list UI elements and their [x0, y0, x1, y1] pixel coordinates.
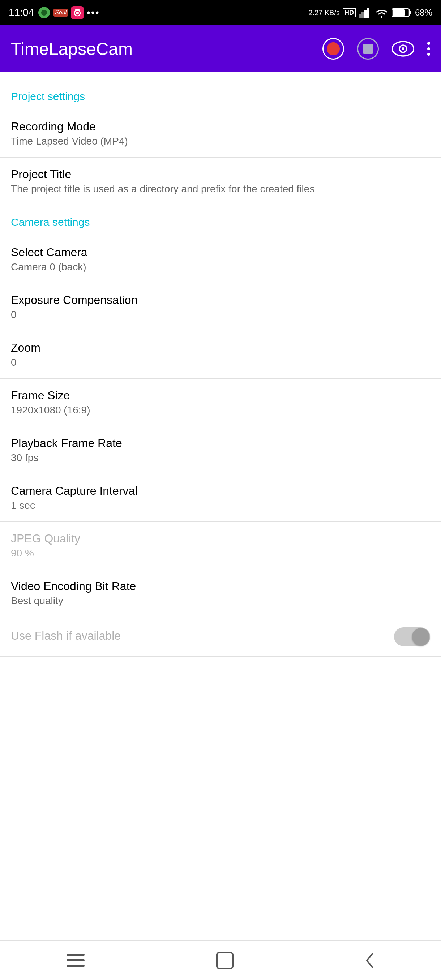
wifi-icon: [374, 7, 389, 18]
camera-settings-header: Camera settings: [0, 205, 441, 235]
svg-rect-9: [367, 8, 369, 18]
app-header: TimeLapseCam: [0, 25, 441, 72]
home-square-icon: [215, 951, 234, 970]
camera-capture-interval-value: 1 sec: [11, 500, 430, 511]
svg-rect-17: [67, 959, 84, 961]
use-flash-toggle[interactable]: [394, 627, 430, 646]
back-arrow-icon: [363, 951, 376, 970]
svg-rect-18: [67, 965, 84, 967]
exposure-compensation-item[interactable]: Exposure Compensation 0: [0, 283, 441, 331]
svg-rect-19: [217, 953, 233, 969]
recording-mode-value: Time Lapsed Video (MP4): [11, 135, 430, 147]
record-button[interactable]: [322, 38, 344, 60]
stop-square-icon: [363, 44, 373, 54]
exposure-compensation-title: Exposure Compensation: [11, 293, 430, 307]
status-app-icons: Soul •••: [38, 6, 99, 19]
svg-point-5: [76, 11, 79, 14]
app-title: TimeLapseCam: [11, 39, 133, 59]
svg-rect-8: [365, 10, 366, 18]
settings-content: Project settings Recording Mode Time Lap…: [0, 72, 441, 703]
eye-icon: [392, 41, 414, 57]
hd-badge: HD: [343, 8, 356, 18]
project-title-title: Project Title: [11, 168, 430, 181]
status-bar: 11:04 Soul ••• 2.27 KB/s HD: [0, 0, 441, 25]
frame-size-value: 1920x1080 (16:9): [11, 404, 430, 416]
nav-back-button[interactable]: [363, 951, 376, 970]
video-encoding-bit-rate-title: Video Encoding Bit Rate: [11, 580, 430, 593]
frame-size-title: Frame Size: [11, 389, 430, 402]
recording-mode-title: Recording Mode: [11, 120, 430, 133]
network-speed: 2.27 KB/s: [308, 9, 340, 17]
status-right: 2.27 KB/s HD 68%: [308, 7, 432, 18]
video-encoding-bit-rate-item[interactable]: Video Encoding Bit Rate Best quality: [0, 570, 441, 617]
soul-icon: Soul: [54, 9, 68, 17]
dot-icon: [427, 42, 430, 45]
svg-rect-11: [409, 11, 411, 14]
bottom-nav: [0, 940, 441, 980]
hamburger-menu-icon: [65, 953, 86, 969]
dot-icon: [427, 47, 430, 50]
nav-home-button[interactable]: [215, 951, 234, 970]
status-time: 11:04: [9, 7, 34, 18]
toggle-knob: [412, 628, 430, 645]
jpeg-quality-value: 90 %: [11, 547, 430, 559]
playback-frame-rate-item[interactable]: Playback Frame Rate 30 fps: [0, 426, 441, 474]
battery-icon: [392, 7, 412, 18]
playback-frame-rate-value: 30 fps: [11, 452, 430, 464]
svg-rect-7: [361, 12, 364, 18]
project-title-item[interactable]: Project Title The project title is used …: [0, 158, 441, 205]
svg-rect-4: [75, 9, 80, 11]
use-flash-item[interactable]: Use Flash if available: [0, 617, 441, 657]
camera-capture-interval-item[interactable]: Camera Capture Interval 1 sec: [0, 474, 441, 522]
video-encoding-bit-rate-value: Best quality: [11, 595, 430, 607]
more-menu-button[interactable]: [427, 42, 430, 56]
nav-menu-button[interactable]: [65, 953, 86, 969]
svg-rect-6: [358, 14, 361, 18]
use-flash-label: Use Flash if available: [11, 629, 121, 643]
camera-app-icon: [71, 6, 84, 19]
jpeg-quality-title: JPEG Quality: [11, 532, 430, 545]
battery-percent: 68%: [415, 8, 432, 18]
more-dots: •••: [87, 7, 99, 18]
select-camera-item[interactable]: Select Camera Camera 0 (back): [0, 235, 441, 283]
exposure-compensation-value: 0: [11, 309, 430, 321]
recording-mode-item[interactable]: Recording Mode Time Lapsed Video (MP4): [0, 110, 441, 158]
svg-point-1: [41, 10, 47, 16]
camera-capture-interval-title: Camera Capture Interval: [11, 484, 430, 498]
svg-point-15: [401, 47, 404, 50]
header-actions: [322, 38, 430, 60]
stop-button[interactable]: [357, 38, 379, 60]
frame-size-item[interactable]: Frame Size 1920x1080 (16:9): [0, 379, 441, 426]
record-dot-icon: [327, 42, 340, 55]
zoom-title: Zoom: [11, 341, 430, 355]
jpeg-quality-item: JPEG Quality 90 %: [0, 522, 441, 570]
svg-rect-12: [393, 10, 405, 16]
preview-button[interactable]: [392, 41, 414, 57]
project-title-value: The project title is used as a directory…: [11, 183, 430, 195]
project-settings-header: Project settings: [0, 80, 441, 110]
zoom-item[interactable]: Zoom 0: [0, 331, 441, 379]
dot-icon: [427, 53, 430, 56]
select-camera-value: Camera 0 (back): [11, 261, 430, 273]
signal-bars-icon: [358, 7, 372, 18]
status-left: 11:04 Soul •••: [9, 6, 100, 19]
select-camera-title: Select Camera: [11, 246, 430, 259]
playback-frame-rate-title: Playback Frame Rate: [11, 436, 430, 450]
svg-rect-16: [67, 954, 84, 956]
zoom-value: 0: [11, 357, 430, 368]
green-circle-icon: [38, 6, 51, 19]
